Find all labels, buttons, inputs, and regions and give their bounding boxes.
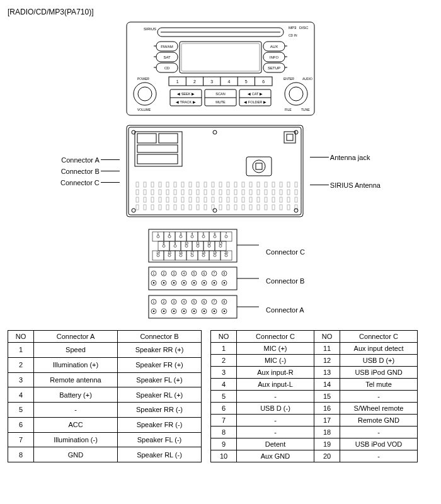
svg-point-172 [191, 236, 193, 238]
svg-text:1: 1 [153, 300, 155, 304]
svg-rect-55 [127, 125, 303, 217]
tables-row: NOConnector AConnector B 1SpeedSpeaker R… [8, 330, 433, 462]
svg-rect-151 [272, 205, 275, 210]
svg-text:VOLUME: VOLUME [137, 108, 151, 112]
svg-rect-123 [227, 197, 229, 202]
svg-rect-138 [174, 205, 176, 210]
rear-right-callouts: Antenna jack SIRIUS Antenna [310, 154, 381, 189]
faceplate-svg: SIRIUS MP3 DISC CD IN FM/AMSATCD AUXINFO… [126, 21, 315, 116]
svg-text:MUTE: MUTE [215, 100, 226, 104]
svg-point-275 [193, 311, 195, 312]
svg-rect-121 [212, 197, 214, 202]
svg-rect-128 [265, 197, 267, 202]
svg-rect-222 [149, 267, 237, 290]
svg-rect-109 [287, 190, 290, 195]
svg-point-254 [224, 282, 226, 284]
svg-rect-73 [181, 182, 184, 187]
table-connector-c: NOConnector CNOConnector C 1MIC (+)11Aux… [210, 330, 418, 462]
svg-point-246 [203, 282, 205, 284]
svg-point-64 [253, 160, 265, 173]
svg-text:4: 4 [183, 272, 185, 275]
svg-rect-72 [174, 182, 176, 187]
svg-rect-108 [280, 190, 282, 195]
svg-text:18: 18 [202, 251, 205, 255]
svg-point-259 [153, 311, 155, 312]
svg-rect-148 [249, 205, 252, 210]
svg-text:INFO: INFO [270, 55, 279, 59]
svg-text:19: 19 [213, 251, 217, 255]
svg-text:14: 14 [156, 251, 160, 255]
svg-point-202 [157, 255, 159, 257]
table-row: 5-Speaker RR (-) [8, 403, 202, 418]
svg-text:ENTER: ENTER [284, 77, 294, 81]
table-row: 7Illumination (-)Speaker FL (-) [8, 432, 202, 447]
svg-text:1: 1 [176, 79, 179, 84]
svg-rect-67 [136, 182, 139, 187]
svg-text:SAT: SAT [163, 55, 171, 59]
svg-rect-97 [197, 190, 199, 195]
svg-rect-68 [144, 182, 146, 187]
svg-rect-139 [181, 205, 184, 210]
svg-text:AUX: AUX [270, 45, 278, 49]
col-header: NO [8, 331, 34, 343]
table-row: 4Aux input-L14Tel mute [211, 379, 418, 391]
svg-point-217 [214, 255, 216, 257]
svg-rect-137 [166, 205, 169, 210]
svg-rect-111 [136, 197, 139, 202]
rear-left-callouts: Connector A Connector B Connector C [60, 156, 120, 186]
svg-rect-75 [197, 182, 199, 187]
svg-text:SCAN: SCAN [215, 92, 225, 96]
svg-point-190 [185, 245, 188, 248]
svg-rect-71 [166, 182, 169, 187]
svg-rect-104 [249, 190, 252, 195]
svg-rect-153 [287, 205, 290, 210]
svg-text:AUDIO: AUDIO [302, 77, 312, 81]
svg-rect-84 [265, 182, 267, 187]
svg-rect-88 [295, 182, 297, 187]
svg-point-187 [174, 245, 176, 248]
svg-rect-125 [242, 197, 244, 202]
faceplate-figure: SIRIUS MP3 DISC CD IN FM/AMSATCD AUXINFO… [8, 21, 433, 116]
svg-rect-112 [144, 197, 146, 202]
svg-point-205 [168, 255, 171, 257]
svg-text:11: 11 [196, 241, 200, 245]
svg-point-184 [163, 245, 165, 248]
table-row: 7-17Remote GND [211, 415, 418, 427]
svg-rect-127 [257, 197, 260, 202]
svg-point-250 [214, 282, 215, 284]
svg-rect-82 [249, 182, 252, 187]
svg-text:3: 3 [210, 79, 213, 84]
svg-text:15: 15 [168, 251, 171, 255]
svg-rect-81 [242, 182, 244, 187]
page-title: [RADIO/CD/MP3(PA710)] [8, 8, 433, 16]
svg-rect-91 [151, 190, 154, 195]
svg-rect-60 [137, 145, 178, 152]
table-connector-ab: NOConnector AConnector B 1SpeedSpeaker R… [8, 330, 202, 462]
svg-rect-134 [144, 205, 146, 210]
svg-point-279 [203, 311, 205, 312]
svg-rect-131 [287, 197, 290, 202]
svg-text:SIRIUS: SIRIUS [144, 27, 156, 31]
svg-rect-118 [189, 197, 192, 202]
svg-rect-114 [159, 197, 161, 202]
svg-text:4: 4 [192, 232, 193, 236]
svg-rect-100 [219, 190, 222, 195]
pinout-figure: 1234567891011121314151617181920 12345678… [8, 226, 433, 324]
svg-text:◀ SEEK ▶: ◀ SEEK ▶ [177, 92, 195, 96]
svg-point-199 [219, 245, 222, 248]
svg-rect-120 [204, 197, 207, 202]
svg-rect-101 [227, 190, 229, 195]
svg-rect-94 [174, 190, 176, 195]
svg-point-156 [294, 130, 298, 134]
svg-rect-132 [295, 197, 297, 202]
table-row: 10Aux GND20- [211, 450, 418, 462]
rear-svg [123, 122, 306, 220]
svg-point-158 [294, 209, 298, 212]
table-row: 3Remote antennaSpeaker FL (+) [8, 372, 202, 387]
svg-point-242 [193, 282, 195, 284]
svg-rect-115 [166, 197, 169, 202]
svg-text:5: 5 [203, 232, 205, 236]
svg-rect-85 [272, 182, 275, 187]
table-row: 3Aux input-R13USB iPod GND [211, 367, 418, 379]
svg-rect-65 [256, 163, 262, 169]
